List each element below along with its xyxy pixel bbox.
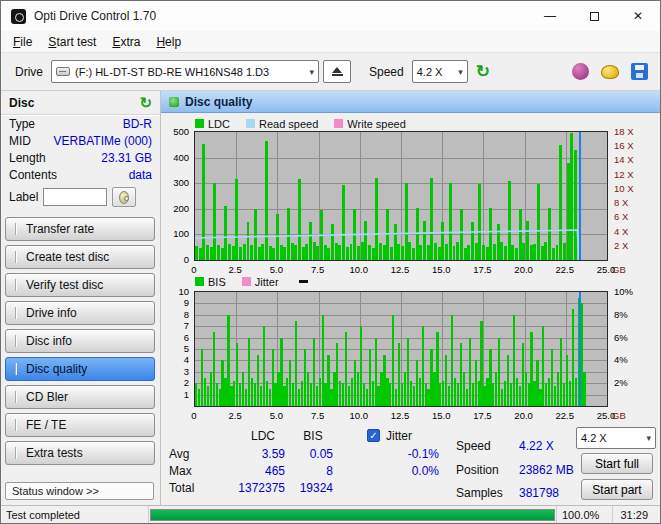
x-axis-label: 17.5: [467, 410, 497, 421]
menu-file[interactable]: File: [5, 33, 40, 51]
disc-label-button[interactable]: [112, 187, 136, 207]
data-bar: [351, 378, 353, 407]
sidebar-item-drive-info[interactable]: Drive info: [5, 301, 155, 325]
data-bar: [430, 349, 432, 406]
avg-jitter: -0.1%: [387, 447, 439, 461]
data-bar: [419, 378, 421, 407]
menu-help[interactable]: Help: [148, 33, 189, 51]
data-bar: [236, 343, 238, 406]
data-bar: [289, 360, 291, 406]
window-title: Opti Drive Control 1.70: [34, 9, 156, 23]
close-button[interactable]: ✕: [616, 1, 660, 31]
data-bar: [339, 381, 341, 406]
data-bar: [333, 372, 335, 406]
col-header-bis: BIS: [293, 429, 333, 443]
data-bar: [454, 378, 456, 407]
max-ldc: 465: [221, 464, 285, 478]
data-bar: [224, 378, 226, 407]
sidebar-item-disc-quality[interactable]: Disc quality: [5, 357, 155, 381]
y-axis-label: 500: [173, 126, 189, 137]
data-bar: [307, 372, 309, 406]
total-bis: 19324: [289, 481, 333, 495]
refresh-disc-icon[interactable]: ↻: [139, 95, 152, 110]
y-axis-label: 8 X: [614, 197, 628, 208]
eject-button[interactable]: [323, 60, 351, 83]
col-header-ldc: LDC: [241, 429, 285, 443]
speed-result-value: 4.22 X: [519, 439, 554, 453]
maximize-button[interactable]: [572, 1, 616, 31]
data-bar: [413, 386, 415, 407]
app-icon: [11, 9, 26, 24]
info-label: MID: [9, 134, 31, 148]
data-bar: [242, 372, 244, 406]
data-bar: [501, 389, 503, 406]
label-input[interactable]: [43, 188, 107, 206]
data-bar: [239, 383, 241, 406]
data-bar: [401, 383, 403, 406]
data-bar: [216, 383, 218, 406]
drive-select[interactable]: (F:) HL-DT-ST BD-RE WH16NS48 1.D3 ▾: [51, 60, 319, 83]
progress-percent: 100.0%: [557, 506, 613, 523]
data-bar: [407, 338, 409, 406]
ldc-plot: [194, 131, 608, 261]
data-bar: [324, 383, 326, 406]
data-bar: [227, 315, 229, 406]
legend-swatch: [334, 119, 343, 128]
status-window-button[interactable]: Status window >>: [5, 482, 154, 500]
menu-extra[interactable]: Extra: [104, 33, 148, 51]
save-icon[interactable]: [631, 63, 648, 80]
data-bar: [272, 349, 274, 406]
data-bar: [301, 381, 303, 406]
data-bar: [254, 383, 256, 406]
sidebar-item-create-test-disc[interactable]: Create test disc: [5, 245, 155, 269]
info-value: 23.31 GB: [101, 151, 152, 165]
y-axis-label: 18 X: [614, 126, 634, 137]
row-label-total: Total: [169, 481, 194, 495]
y-axis-label: 1: [184, 389, 189, 400]
tools-icon[interactable]: [601, 65, 619, 79]
data-bar: [360, 326, 362, 406]
sidebar-item-fe-te[interactable]: FE / TE: [5, 413, 155, 437]
minimize-button[interactable]: —: [528, 1, 572, 31]
progress-fill: [151, 510, 554, 520]
info-label: Type: [9, 117, 35, 131]
menu-start-test[interactable]: Start test: [40, 33, 104, 51]
data-bar: [483, 386, 485, 407]
result-speed-select[interactable]: 4.2 X ▾: [576, 427, 656, 449]
sidebar-item-verify-test-disc[interactable]: Verify test disc: [5, 273, 155, 297]
sidebar-item-cd-bler[interactable]: CD Bler: [5, 385, 155, 409]
ldc-legend: LDCRead speedWrite speed: [195, 117, 406, 130]
sidebar-item-transfer-rate[interactable]: Transfer rate: [5, 217, 155, 241]
data-bar: [436, 332, 438, 406]
menubar: File Start test Extra Help: [1, 31, 660, 53]
sidebar-item-disc-info[interactable]: Disc info: [5, 329, 155, 353]
data-bar: [195, 383, 197, 406]
data-bar: [563, 383, 565, 406]
sidebar-item-extra-tests[interactable]: Extra tests: [5, 441, 155, 465]
y-axis-label: 6%: [614, 332, 628, 343]
start-part-button[interactable]: Start part: [581, 479, 653, 500]
data-bar: [522, 343, 524, 406]
data-bar: [283, 386, 285, 407]
bis-legend: BISJitter: [195, 275, 308, 288]
y-axis-label: 7: [184, 320, 189, 331]
y-axis-label: 300: [173, 177, 189, 188]
x-axis-label: 0: [179, 410, 209, 421]
data-bar: [530, 332, 532, 406]
data-bar: [395, 389, 397, 406]
read-speed-line: [195, 132, 607, 260]
refresh-icon[interactable]: ↻: [476, 63, 490, 80]
burn-icon[interactable]: [572, 63, 589, 80]
data-bar: [548, 378, 550, 407]
sidebar-buttons: Transfer rate Create test disc Verify te…: [5, 217, 155, 469]
eject-icon: [332, 67, 342, 73]
chevron-down-icon: ▾: [305, 67, 314, 77]
data-bar: [366, 389, 368, 406]
start-full-button[interactable]: Start full: [581, 453, 653, 474]
jitter-checkbox[interactable]: ✓: [367, 429, 380, 442]
data-bar: [263, 326, 265, 406]
data-bar: [201, 349, 203, 406]
speed-select[interactable]: 4.2 X ▾: [412, 60, 468, 83]
data-bar: [536, 360, 538, 406]
legend-swatch: [246, 119, 255, 128]
